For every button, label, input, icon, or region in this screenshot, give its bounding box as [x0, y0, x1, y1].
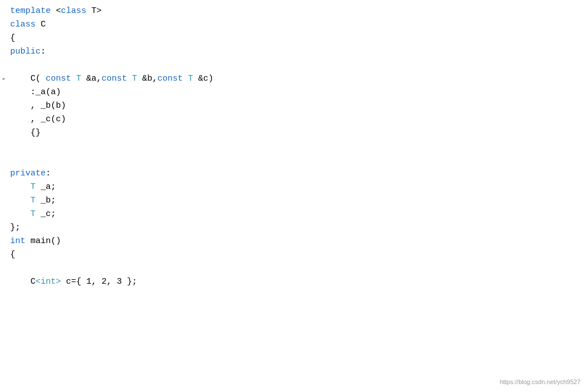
code-line: T _a;: [0, 180, 585, 194]
line-content: class C: [10, 18, 580, 32]
line-content: public:: [10, 45, 580, 59]
line-content: int main(): [10, 235, 580, 248]
line-content: T _a;: [10, 180, 580, 194]
line-content: {}: [10, 126, 580, 140]
token: T: [10, 182, 36, 192]
code-line: T _b;: [0, 194, 585, 208]
token: &b,: [137, 74, 157, 83]
token: {: [10, 250, 15, 259]
line-content: };: [10, 221, 580, 235]
line-content: , _c(c): [10, 113, 580, 126]
token: T: [71, 74, 81, 83]
token: template: [10, 6, 51, 16]
line-content: [10, 140, 580, 153]
token: int: [10, 236, 25, 246]
token: [51, 6, 56, 16]
token: _a;: [36, 182, 56, 192]
code-line: , _b(b): [0, 99, 585, 113]
code-line: int main(): [0, 235, 585, 248]
code-line: class C: [0, 18, 585, 32]
token: class: [10, 20, 36, 29]
line-content: {: [10, 248, 580, 262]
line-content: C( const T &a,const T &b,const T &c): [10, 72, 580, 86]
token: <int>: [36, 277, 61, 287]
token: , _b(b): [10, 101, 66, 111]
code-line: [0, 140, 585, 153]
token: &a,: [81, 74, 102, 83]
code-line: [0, 59, 585, 72]
code-line: {: [0, 32, 585, 45]
token: const: [102, 74, 127, 83]
token: :: [41, 47, 46, 56]
token: T: [127, 74, 137, 83]
token: _b;: [36, 196, 56, 205]
token: :: [46, 169, 51, 178]
token: T: [183, 74, 193, 83]
token: const: [157, 74, 183, 83]
code-line: C<int> c={ 1, 2, 3 };: [0, 275, 585, 289]
line-content: :_a(a): [10, 86, 580, 99]
line-content: T _c;: [10, 208, 580, 221]
line-content: {: [10, 32, 580, 45]
line-content: [10, 59, 580, 72]
token: C: [36, 20, 46, 29]
code-line: private:: [0, 167, 585, 180]
token: C(: [10, 74, 41, 83]
token: private: [10, 169, 46, 178]
code-line: , _c(c): [0, 113, 585, 126]
code-line: T _c;: [0, 208, 585, 221]
code-line: {: [0, 248, 585, 262]
token: T: [10, 209, 36, 219]
code-line: [0, 153, 585, 167]
token: , _c(c): [10, 114, 66, 124]
token: };: [10, 223, 20, 232]
code-line: template <class T>: [0, 5, 585, 18]
code-line: ▸ C( const T &a,const T &b,const T &c): [0, 72, 585, 86]
watermark: https://blog.csdn.net/ych9527: [500, 377, 580, 387]
token: T>: [86, 6, 102, 16]
code-line: public:: [0, 45, 585, 59]
token: &c): [193, 74, 213, 83]
code-container: template <class T>class C{public: ▸ C( c…: [0, 0, 585, 392]
line-gutter: ▸: [0, 74, 8, 85]
line-content: [10, 153, 580, 167]
line-content: template <class T>: [10, 5, 580, 18]
line-content: T _b;: [10, 194, 580, 208]
token: main(): [25, 236, 61, 246]
token: public: [10, 47, 41, 56]
token: C: [10, 277, 36, 287]
code-line: };: [0, 221, 585, 235]
code-lines: template <class T>class C{public: ▸ C( c…: [0, 5, 585, 289]
code-line: {}: [0, 126, 585, 140]
token: T: [10, 196, 36, 205]
line-content: C<int> c={ 1, 2, 3 };: [10, 275, 580, 289]
token: c={: [61, 277, 81, 287]
token: 1, 2, 3 };: [81, 277, 137, 287]
code-line: [0, 262, 585, 275]
token: <: [56, 6, 61, 16]
token: {}: [10, 128, 41, 138]
line-content: private:: [10, 167, 580, 180]
token: _c;: [36, 209, 56, 219]
line-content: [10, 262, 580, 275]
token: const: [41, 74, 71, 83]
token: :_a(a): [10, 87, 61, 97]
code-line: :_a(a): [0, 86, 585, 99]
token: class: [61, 6, 86, 16]
line-content: , _b(b): [10, 99, 580, 113]
token: {: [10, 33, 15, 43]
